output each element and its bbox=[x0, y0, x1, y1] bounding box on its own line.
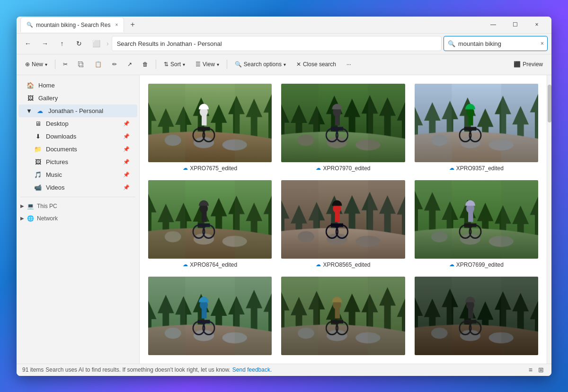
sidebar-item-gallery[interactable]: 🖼 Gallery bbox=[18, 92, 137, 105]
photo-item-4[interactable]: ☁ XPRO8764_edited bbox=[147, 179, 273, 268]
photo-thumb-1[interactable] bbox=[147, 83, 273, 163]
sidebar-item-downloads[interactable]: ⬇ Downloads 📌 bbox=[26, 130, 137, 143]
breadcrumb[interactable]: Search Results in Jonathan - Personal bbox=[112, 36, 442, 51]
this-pc-icon: 💻 bbox=[27, 203, 34, 209]
photo-grid: ☁ XPRO7675_edited ☁ XPRO7970_edited bbox=[147, 83, 539, 356]
maximize-button[interactable]: ☐ bbox=[504, 17, 526, 34]
pin-icon-desktop: 📌 bbox=[123, 121, 130, 127]
photo-thumb-6[interactable] bbox=[414, 179, 539, 260]
sidebar-item-jonathan[interactable]: ▼ ☁ Jonathan - Personal bbox=[18, 105, 137, 117]
forward-button[interactable]: → bbox=[37, 36, 53, 51]
photo-item-1[interactable]: ☁ XPRO7675_edited bbox=[147, 83, 273, 172]
cut-button[interactable]: ✂ bbox=[58, 57, 72, 72]
photo-item-7[interactable] bbox=[147, 276, 273, 356]
gallery-icon: 🖼 bbox=[26, 95, 35, 102]
right-scrollbar[interactable] bbox=[547, 75, 551, 364]
sidebar-item-videos[interactable]: 📹 Videos 📌 bbox=[26, 181, 137, 194]
music-icon: 🎵 bbox=[34, 171, 42, 178]
copy-icon: ⿻ bbox=[78, 61, 84, 68]
sidebar-item-music[interactable]: 🎵 Music 📌 bbox=[26, 168, 137, 181]
up-button[interactable]: ↑ bbox=[54, 36, 70, 51]
jonathan-children: 🖥 Desktop 📌 ⬇ Downloads 📌 📁 Documents 📌 … bbox=[17, 117, 139, 194]
sidebar-item-home[interactable]: 🏠 Home bbox=[18, 79, 137, 92]
sidebar-item-desktop[interactable]: 🖥 Desktop 📌 bbox=[26, 117, 137, 130]
cloud-icon-3: ☁ bbox=[449, 165, 454, 171]
photo-filename-3: XPRO9357_edited bbox=[456, 165, 504, 172]
cloud-icon-4: ☁ bbox=[183, 261, 188, 268]
view-switch-button[interactable]: ⬜ bbox=[89, 36, 104, 51]
close-button[interactable]: × bbox=[526, 17, 548, 34]
new-tab-button[interactable]: + bbox=[126, 18, 139, 31]
photo-item-6[interactable]: ☁ XPRO7699_edited bbox=[414, 179, 539, 268]
sidebar-group-this-pc[interactable]: ▶ 💻 This PC bbox=[17, 200, 139, 212]
pictures-icon: 🖼 bbox=[34, 158, 42, 166]
rename-button[interactable]: ✏ bbox=[107, 57, 122, 72]
clear-search-button[interactable]: × bbox=[541, 40, 544, 47]
photo-item-2[interactable]: ☁ XPRO7970_edited bbox=[280, 83, 406, 172]
file-explorer-window: 🔍 mountain biking - Search Res × + — ☐ ×… bbox=[17, 17, 551, 376]
cloud-icon-6: ☁ bbox=[449, 261, 454, 268]
sidebar-item-label-documents: Documents bbox=[46, 146, 77, 153]
delete-icon: 🗑 bbox=[142, 61, 148, 68]
sort-icon: ⇅ bbox=[164, 61, 169, 68]
sort-dropdown-arrow: ▾ bbox=[183, 62, 185, 67]
desktop-icon: 🖥 bbox=[34, 120, 42, 127]
sidebar-item-label-pictures: Pictures bbox=[46, 158, 68, 166]
back-button[interactable]: ← bbox=[20, 36, 36, 51]
search-input[interactable] bbox=[458, 40, 538, 47]
sidebar-group-network[interactable]: ▶ 🌐 Network bbox=[17, 212, 139, 225]
photo-item-8[interactable] bbox=[280, 276, 406, 356]
photo-thumb-9[interactable] bbox=[414, 276, 539, 356]
list-view-button[interactable]: ≡ bbox=[527, 365, 534, 375]
new-button[interactable]: ⊕ New ▾ bbox=[20, 57, 52, 72]
sidebar-item-label-this-pc: This PC bbox=[37, 203, 57, 209]
grid-view-button[interactable]: ⊞ bbox=[536, 365, 546, 375]
preview-button[interactable]: ⬛ Preview bbox=[509, 57, 548, 72]
photo-filename-5: XPRO8565_edited bbox=[323, 261, 370, 268]
more-button[interactable]: ··· bbox=[342, 57, 356, 72]
paste-button[interactable]: 📋 bbox=[90, 57, 106, 72]
refresh-button[interactable]: ↻ bbox=[71, 36, 87, 51]
photo-thumb-3[interactable] bbox=[414, 83, 539, 163]
tab-label: mountain biking - Search Res bbox=[36, 22, 110, 28]
send-feedback-link[interactable]: Send feedback. bbox=[232, 366, 272, 373]
share-button[interactable]: ↗ bbox=[123, 57, 137, 72]
cloud-icon: ☁ bbox=[36, 107, 44, 114]
sidebar-item-documents[interactable]: 📁 Documents 📌 bbox=[26, 143, 137, 156]
cloud-icon-2: ☁ bbox=[316, 165, 321, 171]
close-search-button[interactable]: ✕ Close search bbox=[292, 57, 341, 72]
search-icon: 🔍 bbox=[27, 22, 33, 28]
sidebar: 🏠 Home 🖼 Gallery ▼ ☁ Jonathan - Personal… bbox=[17, 75, 140, 364]
photo-item-5[interactable]: ☁ XPRO8565_edited bbox=[280, 179, 406, 268]
photo-item-9[interactable] bbox=[414, 276, 539, 356]
photo-thumb-8[interactable] bbox=[280, 276, 406, 356]
sort-button[interactable]: ⇅ Sort ▾ bbox=[159, 57, 190, 72]
photo-thumb-4[interactable] bbox=[147, 179, 273, 260]
active-tab[interactable]: 🔍 mountain biking - Search Res × bbox=[20, 17, 124, 32]
delete-button[interactable]: 🗑 bbox=[138, 57, 153, 72]
photo-filename-6: XPRO7699_edited bbox=[456, 261, 504, 268]
photo-thumb-2[interactable] bbox=[280, 83, 406, 163]
photo-filename-4: XPRO8764_edited bbox=[190, 261, 237, 268]
sidebar-item-label-videos: Videos bbox=[46, 184, 65, 191]
photo-thumb-5[interactable] bbox=[280, 179, 406, 260]
view-button[interactable]: ☰ View ▾ bbox=[191, 57, 224, 72]
new-dropdown-arrow: ▾ bbox=[45, 62, 47, 67]
view-dropdown-arrow: ▾ bbox=[217, 62, 219, 67]
new-icon: ⊕ bbox=[25, 61, 30, 68]
photo-item-3[interactable]: ☁ XPRO9357_edited bbox=[414, 83, 539, 172]
search-bar[interactable]: 🔍 × bbox=[444, 36, 548, 51]
search-options-button[interactable]: 🔍 Search options ▾ bbox=[230, 57, 291, 72]
toolbar-separator-3 bbox=[227, 60, 227, 69]
nav-bar: ← → ↑ ↻ ⬜ › Search Results in Jonathan -… bbox=[17, 34, 551, 54]
close-tab-button[interactable]: × bbox=[115, 22, 118, 27]
photo-label-3: ☁ XPRO9357_edited bbox=[449, 165, 504, 172]
expand-arrow-network: ▶ bbox=[20, 216, 24, 221]
search-bar-icon: 🔍 bbox=[448, 40, 455, 47]
minimize-button[interactable]: — bbox=[482, 17, 504, 34]
copy-button[interactable]: ⿻ bbox=[73, 57, 89, 72]
scrollbar-thumb[interactable] bbox=[548, 85, 551, 122]
sidebar-item-pictures[interactable]: 🖼 Pictures 📌 bbox=[26, 156, 137, 168]
pin-icon-videos: 📌 bbox=[123, 184, 130, 191]
photo-thumb-7[interactable] bbox=[147, 276, 273, 356]
